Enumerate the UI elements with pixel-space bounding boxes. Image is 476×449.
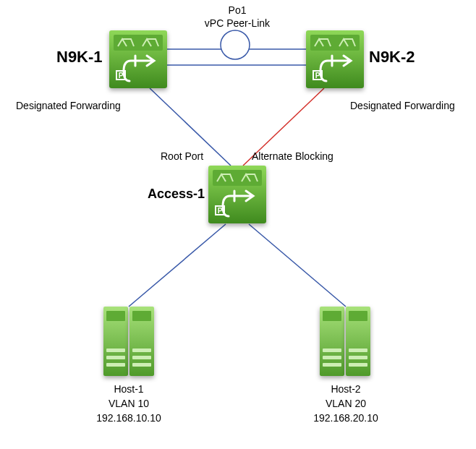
svg-text:P: P xyxy=(119,72,124,80)
host2-vlan: VLAN 20 xyxy=(326,398,366,409)
n9k1-name: N9K-1 xyxy=(56,48,103,67)
svg-text:P: P xyxy=(315,72,320,80)
host2-ip: 192.168.20.10 xyxy=(313,412,378,424)
diagram-stage: { "topology": { "po1": "Po1", "peer_link… xyxy=(0,0,476,449)
links-layer xyxy=(0,0,476,449)
portchannel-circle-icon xyxy=(221,30,250,59)
n9k2-name: N9K-2 xyxy=(369,48,415,67)
host1-vlan: VLAN 10 xyxy=(109,398,149,409)
layer3-switch-icon: P xyxy=(312,54,358,84)
host2-name: Host-2 xyxy=(331,383,360,395)
access-left-state: Root Port xyxy=(161,150,203,162)
n9k1-state: Designated Forwarding xyxy=(16,100,121,111)
switch-access1: P xyxy=(208,166,266,223)
link-access-host2 xyxy=(249,224,346,307)
layer3-switch-icon: P xyxy=(115,54,161,84)
peer-link-label: vPC Peer-Link xyxy=(205,17,270,29)
po1-label: Po1 xyxy=(229,4,247,16)
host2 xyxy=(320,307,370,376)
access-name: Access-1 xyxy=(148,187,205,202)
access-right-state: Alternate Blocking xyxy=(252,150,333,162)
link-access-host1 xyxy=(129,224,226,307)
host1-ip: 192.168.10.10 xyxy=(96,412,161,424)
n9k2-state: Designated Forwarding xyxy=(350,100,455,111)
host1-name: Host-1 xyxy=(114,383,143,395)
switch-n9k2: P xyxy=(306,30,364,88)
host1 xyxy=(103,307,154,376)
switch-n9k1: P xyxy=(109,30,167,88)
layer3-switch-icon: P xyxy=(214,189,260,219)
svg-text:P: P xyxy=(218,207,223,215)
